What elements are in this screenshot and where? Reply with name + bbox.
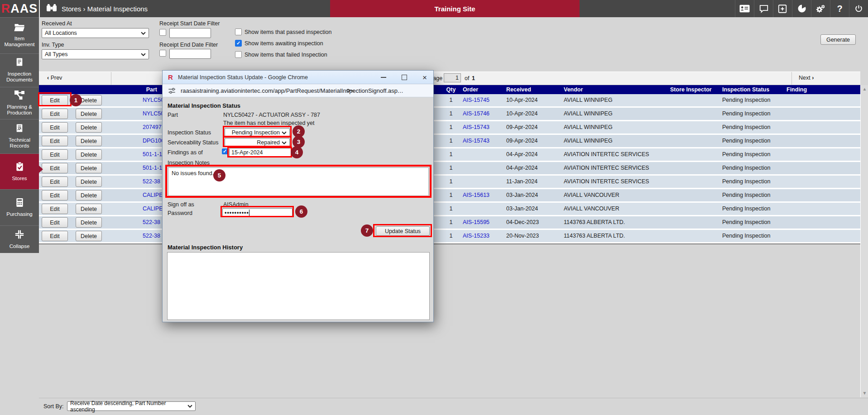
sidebar-item-item-management[interactable]: Item Management xyxy=(0,17,39,53)
delete-button[interactable]: Delete xyxy=(76,163,102,173)
delete-button[interactable]: Delete xyxy=(76,231,102,241)
page-number-input[interactable]: 1 xyxy=(444,73,461,82)
sidebar-item-planning-production[interactable]: Planning & Production xyxy=(0,87,39,119)
edit-button[interactable]: Edit xyxy=(42,122,68,133)
order-link[interactable]: AIS-15613 xyxy=(463,192,502,198)
show-awaiting-checkbox[interactable] xyxy=(235,40,242,47)
sidebar-item-label: Stores xyxy=(12,176,27,182)
show-failed-checkbox[interactable] xyxy=(235,51,242,58)
not-inspected-note: The item has not been inspected yet xyxy=(223,120,315,126)
delete-button[interactable]: Delete xyxy=(76,109,102,119)
edit-button[interactable]: Edit xyxy=(42,190,68,200)
receipt-end-checkbox[interactable] xyxy=(159,50,166,57)
hierarchy-icon xyxy=(14,90,25,102)
edit-button[interactable]: Edit xyxy=(42,163,68,173)
order-link[interactable]: AIS-15233 xyxy=(463,233,502,239)
order-link[interactable]: AIS-15746 xyxy=(463,110,502,117)
delete-button[interactable]: Delete xyxy=(76,122,102,133)
password-key-icon[interactable] xyxy=(346,87,355,95)
received-at-select[interactable]: All Locations xyxy=(42,28,149,38)
close-icon[interactable] xyxy=(422,74,427,81)
maximize-icon[interactable] xyxy=(402,75,407,80)
col-received[interactable]: Received xyxy=(506,86,551,93)
add-window-icon[interactable] xyxy=(773,0,792,17)
divider xyxy=(111,72,111,85)
edit-button[interactable]: Edit xyxy=(42,136,68,146)
edit-button[interactable]: Edit xyxy=(42,231,68,241)
col-part[interactable]: Part xyxy=(115,86,157,93)
inspection-status-select[interactable]: Pending Inspection xyxy=(225,128,290,137)
training-site-banner: Training Site xyxy=(330,0,580,17)
scroll-down-arrow[interactable] xyxy=(861,390,868,397)
serviceability-status-select[interactable]: Repaired xyxy=(225,138,290,147)
settings-gears-icon[interactable] xyxy=(811,0,830,17)
vendor-cell: 1143763 ALBERTA LTD. xyxy=(564,233,675,239)
order-link[interactable]: AIS-15743 xyxy=(463,124,502,130)
edit-button[interactable]: Edit xyxy=(42,217,68,228)
part-value: NYLC50427 - ACTUATOR ASSY - 787 xyxy=(223,112,320,118)
dialog-title-bar[interactable]: R Material Inspection Status Update - Go… xyxy=(163,71,433,84)
sort-by-label: Sort By: xyxy=(43,403,63,410)
order-link[interactable]: AIS-15743 xyxy=(463,138,502,144)
generate-button[interactable]: Generate xyxy=(820,34,856,45)
delete-button[interactable]: Delete xyxy=(76,190,102,200)
delete-button[interactable]: Delete xyxy=(76,204,102,214)
delete-button[interactable]: Delete xyxy=(76,95,102,105)
col-vendor[interactable]: Vendor xyxy=(564,86,675,93)
delete-button[interactable]: Delete xyxy=(76,217,102,228)
inspection-status-cell: Pending Inspection xyxy=(722,97,788,103)
receipt-start-input[interactable] xyxy=(169,28,211,38)
record-document-icon xyxy=(15,124,24,135)
raas-logo[interactable]: RAAS xyxy=(0,0,40,17)
sidebar-item-inspection-documents[interactable]: Inspection Documents xyxy=(0,53,39,87)
next-page-button[interactable]: Next xyxy=(799,75,814,81)
receipt-end-input[interactable] xyxy=(169,49,211,59)
sidebar-item-technical-records[interactable]: Technical Records xyxy=(0,119,39,153)
sort-by-select[interactable]: Receive Date descending, Part Number asc… xyxy=(67,401,196,411)
edit-button[interactable]: Edit xyxy=(42,109,68,119)
delete-button[interactable]: Delete xyxy=(76,149,102,160)
inspection-status-label: Inspection Status xyxy=(168,129,211,136)
col-store-inspector[interactable]: Store Inspector xyxy=(670,86,721,93)
edit-button[interactable]: Edit xyxy=(42,149,68,160)
edit-button[interactable]: Edit xyxy=(42,204,68,214)
pie-chart-icon[interactable] xyxy=(792,0,811,17)
order-link[interactable]: AIS-15595 xyxy=(463,219,502,225)
chat-icon[interactable] xyxy=(754,0,773,17)
inv-type-select[interactable]: All Types xyxy=(42,49,149,59)
sidebar-item-purchasing[interactable]: Purchasing xyxy=(0,189,39,225)
col-finding[interactable]: Finding xyxy=(786,86,815,93)
col-order[interactable]: Order xyxy=(463,86,502,93)
order-link[interactable]: AIS-15745 xyxy=(463,97,502,103)
filter-panel: Received At All Locations Inv. Type All … xyxy=(40,17,868,72)
col-inspection-status[interactable]: Inspection Status xyxy=(722,86,788,93)
delete-button[interactable]: Delete xyxy=(76,176,102,187)
receipt-start-checkbox[interactable] xyxy=(159,29,166,36)
edit-button[interactable]: Edit xyxy=(42,95,68,105)
help-icon[interactable]: ? xyxy=(830,0,849,17)
sidebar-item-stores[interactable]: Stores xyxy=(0,153,39,189)
sidebar-collapse-button[interactable]: Collapse xyxy=(0,225,39,253)
inspection-notes-textarea[interactable]: No issues found. xyxy=(168,167,429,196)
inspection-status-cell: Pending Inspection xyxy=(722,205,788,212)
findings-date-checkbox[interactable] xyxy=(222,148,228,154)
power-logout-icon[interactable] xyxy=(849,0,868,17)
delete-button[interactable]: Delete xyxy=(76,136,102,146)
dialog-section-title: Material Inspection Status xyxy=(168,102,240,109)
minimize-icon[interactable] xyxy=(381,77,386,78)
password-input[interactable]: •••••••••• xyxy=(222,208,293,217)
vertical-scrollbar[interactable] xyxy=(860,85,868,397)
findings-date-input[interactable]: 15-Apr-2024 xyxy=(229,148,291,157)
prev-page-button[interactable]: Prev xyxy=(47,75,62,81)
update-status-button[interactable]: Update Status xyxy=(376,226,430,236)
site-settings-icon[interactable] xyxy=(168,86,176,96)
inspection-status-cell: Pending Inspection xyxy=(722,178,788,185)
show-passed-checkbox[interactable] xyxy=(235,29,242,35)
scroll-up-arrow[interactable] xyxy=(861,86,868,93)
edit-button[interactable]: Edit xyxy=(42,176,68,187)
dialog-url[interactable]: raasaistraining.aviationintertec.com/app… xyxy=(181,87,403,94)
inspection-status-cell: Pending Inspection xyxy=(722,192,788,198)
contact-card-icon[interactable] xyxy=(735,0,754,17)
received-cell: 03-Jan-2024 xyxy=(506,205,551,212)
col-qty[interactable]: Qty xyxy=(446,86,456,93)
